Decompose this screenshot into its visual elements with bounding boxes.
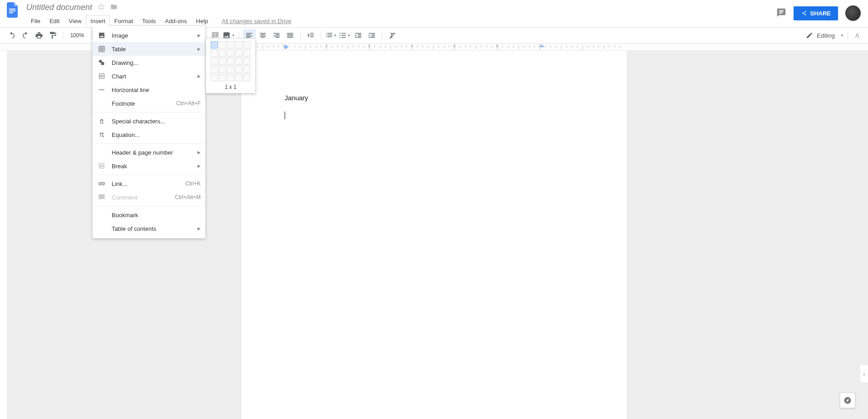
submenu-arrow-icon: ▶ — [197, 47, 201, 51]
table-size-cell[interactable] — [243, 49, 251, 57]
table-size-cell[interactable] — [211, 74, 218, 81]
vertical-ruler[interactable] — [0, 51, 7, 419]
open-comments-button[interactable] — [776, 8, 786, 19]
account-avatar[interactable] — [845, 5, 861, 21]
submenu-arrow-icon: ▶ — [197, 226, 201, 231]
align-center-button[interactable] — [256, 29, 269, 42]
svg-point-6 — [339, 37, 340, 38]
menu-insert[interactable]: Insert — [86, 15, 110, 27]
text-cursor — [285, 112, 285, 119]
menu-help[interactable]: Help — [192, 15, 213, 27]
submenu-arrow-icon: ▶ — [197, 164, 201, 168]
table-size-cell[interactable] — [243, 66, 251, 73]
hide-menus-button[interactable]: ᐱ — [852, 32, 863, 39]
mode-switcher[interactable]: Editing ▼ — [806, 32, 844, 39]
table-size-cell[interactable] — [227, 74, 234, 81]
table-size-cell[interactable] — [243, 58, 251, 65]
chart-icon — [97, 72, 106, 81]
bulleted-list-button[interactable]: ▼ — [338, 29, 351, 42]
table-size-cell[interactable] — [235, 66, 242, 73]
insert-bookmark[interactable]: Bookmark — [93, 208, 205, 222]
document-text-line[interactable]: January — [285, 94, 583, 102]
table-size-picker[interactable]: 1 x 1 — [206, 38, 256, 93]
insert-break[interactable]: Break ▶ — [93, 159, 205, 173]
decrease-indent-button[interactable] — [352, 29, 365, 42]
clear-formatting-button[interactable] — [386, 29, 399, 42]
insert-horizontal-line[interactable]: Horizontal line — [93, 83, 205, 97]
page[interactable]: January — [241, 51, 627, 419]
table-icon — [97, 44, 106, 54]
break-icon — [97, 161, 106, 171]
insert-image[interactable]: Image ▶ — [93, 29, 205, 42]
zoom-select[interactable]: 100% — [67, 32, 88, 39]
insert-footnote[interactable]: Footnote Ctrl+Alt+F — [93, 97, 205, 110]
table-size-cell[interactable] — [235, 49, 242, 57]
pi-icon — [97, 130, 106, 139]
menu-edit[interactable]: Edit — [45, 15, 64, 27]
align-justify-button[interactable] — [284, 29, 296, 42]
svg-rect-1 — [9, 10, 15, 11]
insert-header-page-number[interactable]: Header & page number ▶ — [93, 146, 205, 159]
table-size-cell[interactable] — [219, 66, 226, 73]
table-size-cell[interactable] — [219, 58, 226, 65]
insert-menu-dropdown: Image ▶ Table ▶ Drawing... Chart ▶ Horiz… — [92, 25, 206, 239]
table-size-cell[interactable] — [211, 41, 218, 49]
undo-button[interactable] — [5, 29, 18, 42]
table-size-cell[interactable] — [219, 74, 226, 81]
table-size-cell[interactable] — [243, 41, 251, 49]
table-size-cell[interactable] — [235, 58, 242, 65]
table-size-cell[interactable] — [211, 66, 218, 73]
share-label: SHARE — [810, 10, 831, 17]
insert-comment: Comment Ctrl+Alt+M — [93, 190, 205, 204]
table-size-cell[interactable] — [227, 41, 234, 49]
horizontal-line-icon — [97, 85, 106, 94]
table-size-cell[interactable] — [243, 74, 251, 81]
link-icon — [97, 179, 106, 188]
table-size-cell[interactable] — [219, 49, 226, 57]
table-size-cell[interactable] — [219, 41, 226, 49]
menu-tools[interactable]: Tools — [138, 15, 160, 27]
omega-icon — [97, 117, 106, 126]
line-spacing-button[interactable] — [304, 29, 317, 42]
svg-rect-9 — [99, 89, 104, 90]
insert-equation[interactable]: Equation... — [93, 128, 205, 141]
move-folder-icon[interactable] — [110, 3, 118, 12]
increase-indent-button[interactable] — [365, 29, 378, 42]
submenu-arrow-icon: ▶ — [197, 33, 201, 38]
explore-button[interactable] — [840, 393, 855, 408]
insert-chart[interactable]: Chart ▶ — [93, 69, 205, 83]
table-size-cell[interactable] — [235, 74, 242, 81]
share-button[interactable]: SHARE — [794, 6, 838, 20]
submenu-arrow-icon: ▶ — [197, 74, 201, 78]
table-size-cell[interactable] — [211, 49, 218, 57]
insert-special-characters[interactable]: Special characters... — [93, 114, 205, 128]
show-side-panel-button[interactable]: ‹ — [860, 365, 868, 383]
table-size-cell[interactable] — [227, 49, 234, 57]
svg-point-5 — [339, 35, 340, 36]
insert-table-of-contents[interactable]: Table of contents ▶ — [93, 222, 205, 235]
table-size-cell[interactable] — [227, 58, 234, 65]
menu-view[interactable]: View — [64, 15, 86, 27]
save-status[interactable]: All changes saved in Drive — [222, 18, 291, 24]
menu-file[interactable]: File — [26, 15, 45, 27]
star-icon[interactable] — [98, 3, 105, 12]
document-title[interactable]: Untitled document — [26, 3, 92, 12]
paint-format-button[interactable] — [46, 29, 59, 42]
table-size-cell[interactable] — [235, 41, 242, 49]
menu-format[interactable]: Format — [110, 15, 138, 27]
insert-table[interactable]: Table ▶ — [93, 42, 205, 56]
insert-drawing[interactable]: Drawing... — [93, 56, 205, 69]
docs-logo[interactable] — [4, 1, 22, 19]
insert-link[interactable]: Link... Ctrl+K — [93, 177, 205, 190]
table-size-label: 1 x 1 — [209, 84, 252, 90]
align-right-button[interactable] — [270, 29, 283, 42]
drawing-icon — [97, 58, 106, 67]
print-button[interactable] — [33, 29, 45, 42]
svg-point-4 — [339, 33, 340, 34]
redo-button[interactable] — [19, 29, 32, 42]
table-size-cell[interactable] — [227, 66, 234, 73]
submenu-arrow-icon: ▶ — [197, 150, 201, 155]
menu-addons[interactable]: Add-ons — [160, 15, 191, 27]
table-size-cell[interactable] — [211, 58, 218, 65]
numbered-list-button[interactable]: ▼ — [325, 29, 337, 42]
